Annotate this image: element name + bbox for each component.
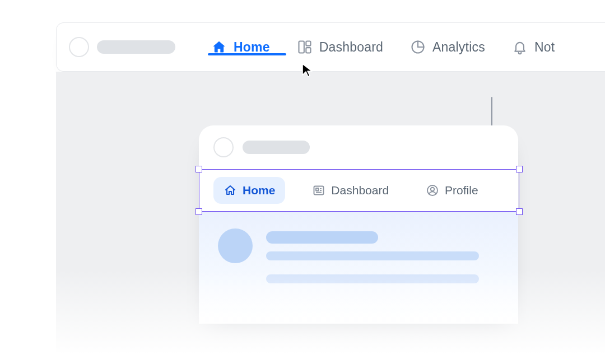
avatar-placeholder xyxy=(69,37,89,57)
svg-rect-5 xyxy=(316,188,319,191)
line-skeleton xyxy=(266,251,479,260)
top-navbar: Home Dashboard Analytics Not xyxy=(56,22,605,72)
analytics-icon xyxy=(410,39,426,55)
frame-tab-profile[interactable]: Profile xyxy=(416,177,488,204)
avatar-skeleton xyxy=(218,228,253,263)
frame-title-skeleton xyxy=(243,141,310,154)
skeleton-row-1 xyxy=(218,228,499,263)
selection-handle-br[interactable] xyxy=(516,208,523,215)
frame-body xyxy=(199,212,518,324)
topnav-notifications-label: Not xyxy=(534,40,555,55)
tabbar-selection[interactable]: Home Dashboard Profile xyxy=(199,169,518,212)
top-nav-items: Home Dashboard Analytics Not xyxy=(211,39,555,55)
topnav-dashboard-label: Dashboard xyxy=(319,40,383,55)
topnav-dashboard[interactable]: Dashboard xyxy=(297,39,383,55)
frame-tab-home[interactable]: Home xyxy=(213,177,285,204)
svg-point-10 xyxy=(431,188,434,191)
topnav-analytics-label: Analytics xyxy=(432,40,485,55)
selection-handle-tl[interactable] xyxy=(196,166,202,172)
home-icon xyxy=(211,39,227,55)
profile-icon xyxy=(426,184,439,197)
frame-tab-home-label: Home xyxy=(243,184,275,197)
svg-rect-2 xyxy=(306,48,310,53)
svg-rect-0 xyxy=(299,41,304,53)
selection-handle-bl[interactable] xyxy=(196,208,202,215)
frame-avatar-placeholder xyxy=(213,137,234,157)
line-skeleton xyxy=(266,274,479,283)
title-skeleton xyxy=(97,40,175,54)
topnav-home-label: Home xyxy=(234,40,270,55)
topnav-analytics[interactable]: Analytics xyxy=(410,39,485,55)
topnav-home[interactable]: Home xyxy=(211,39,270,55)
bell-icon xyxy=(512,39,528,55)
frame-tab-dashboard-label: Dashboard xyxy=(331,184,389,197)
dashboard-icon xyxy=(297,39,313,55)
workspace: Home Dashboard Profile xyxy=(56,72,605,364)
svg-rect-1 xyxy=(306,41,310,46)
selection-handle-tr[interactable] xyxy=(516,166,523,172)
frame-header xyxy=(199,125,518,169)
home-icon xyxy=(224,184,237,197)
line-skeleton xyxy=(266,231,378,244)
news-icon xyxy=(312,184,325,197)
frame-tabbar: Home Dashboard Profile xyxy=(199,169,518,212)
mouse-cursor-icon xyxy=(301,63,314,78)
topnav-notifications[interactable]: Not xyxy=(512,39,555,55)
design-frame[interactable]: Home Dashboard Profile xyxy=(199,125,518,324)
frame-tab-profile-label: Profile xyxy=(445,184,478,197)
frame-tab-dashboard[interactable]: Dashboard xyxy=(302,177,399,204)
